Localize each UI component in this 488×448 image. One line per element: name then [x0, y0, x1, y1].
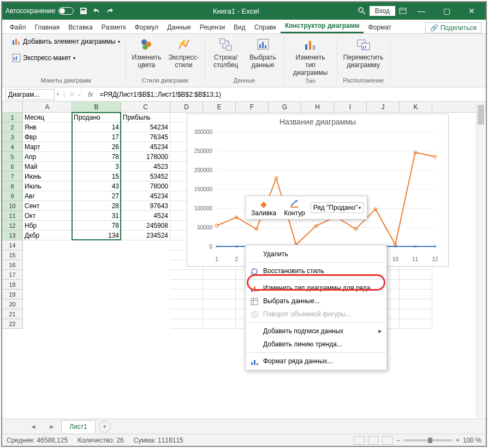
- row-header[interactable]: 19: [2, 290, 23, 299]
- row-header[interactable]: 20: [2, 299, 23, 309]
- cell[interactable]: Месяц: [23, 113, 72, 122]
- cell[interactable]: 45234: [121, 191, 170, 201]
- cell[interactable]: 17: [72, 132, 121, 142]
- view-page-layout-button[interactable]: [368, 436, 379, 445]
- signin-button[interactable]: Вход: [370, 6, 395, 16]
- tab-insert[interactable]: Вставка: [64, 21, 97, 33]
- cell[interactable]: 3: [72, 162, 121, 172]
- window-options-icon[interactable]: [398, 7, 407, 15]
- cell[interactable]: [203, 290, 236, 299]
- save-icon[interactable]: [79, 7, 88, 15]
- cell[interactable]: Дкбр: [23, 231, 72, 240]
- row-header[interactable]: 14: [2, 240, 23, 250]
- ctx-change-chart-type[interactable]: Изменить тип диаграммы для ряда...: [246, 281, 386, 294]
- cell[interactable]: 97643: [121, 201, 170, 211]
- chart-container[interactable]: Название диаграммы 050000100000150000200…: [187, 114, 449, 267]
- col-header-k[interactable]: K: [400, 102, 432, 112]
- cell[interactable]: [400, 280, 432, 290]
- col-header-f[interactable]: F: [236, 102, 269, 112]
- row-header[interactable]: 4: [2, 142, 23, 152]
- cell[interactable]: 134: [72, 231, 121, 240]
- cell[interactable]: [400, 309, 432, 319]
- mini-outline-button[interactable]: Контур: [282, 198, 307, 217]
- tab-formulas[interactable]: Формул: [130, 21, 163, 33]
- cell[interactable]: [203, 299, 236, 309]
- cell[interactable]: 14: [72, 122, 121, 132]
- cell[interactable]: 234524: [121, 231, 170, 240]
- cell[interactable]: [170, 309, 203, 319]
- cell[interactable]: Май: [23, 162, 72, 172]
- tab-home[interactable]: Главная: [31, 21, 64, 33]
- cell[interactable]: 54234: [121, 122, 170, 132]
- row-header[interactable]: 8: [2, 181, 23, 191]
- sheet-nav-next[interactable]: ►: [43, 423, 61, 431]
- col-header-e[interactable]: E: [203, 102, 236, 112]
- tab-view[interactable]: Вид: [229, 21, 250, 33]
- col-header-i[interactable]: I: [334, 102, 367, 112]
- maximize-button[interactable]: ▢: [436, 7, 457, 15]
- cell[interactable]: 78000: [121, 181, 170, 191]
- cell[interactable]: Фвр: [23, 132, 72, 142]
- cell[interactable]: [170, 290, 203, 299]
- tab-layout[interactable]: Разметк: [97, 21, 130, 33]
- ctx-delete[interactable]: Удалить: [246, 247, 386, 261]
- cell[interactable]: [400, 290, 432, 299]
- cell[interactable]: 76345: [121, 132, 170, 142]
- ctx-reset-style[interactable]: Восстановить стиль: [246, 264, 386, 278]
- search-icon[interactable]: [358, 7, 366, 15]
- cell[interactable]: [400, 270, 432, 280]
- move-chart-button[interactable]: Переместить диаграмму: [343, 37, 384, 69]
- col-header-g[interactable]: G: [269, 102, 301, 112]
- zoom-slider[interactable]: [403, 439, 453, 441]
- cell[interactable]: [170, 270, 203, 280]
- cell[interactable]: [203, 270, 236, 280]
- add-chart-element-button[interactable]: Добавить элемент диаграммы ▾: [12, 37, 120, 46]
- cell[interactable]: Окт: [23, 211, 72, 221]
- cell[interactable]: [400, 319, 432, 329]
- chart-plot[interactable]: 050000100000150000200000250000300000 123…: [217, 132, 435, 246]
- autosave-toggle[interactable]: Автосохранение: [5, 7, 74, 15]
- cell[interactable]: Сент: [23, 201, 72, 211]
- row-header[interactable]: 17: [2, 270, 23, 280]
- cell[interactable]: Апр: [23, 152, 72, 162]
- view-page-break-button[interactable]: [382, 436, 393, 445]
- row-header[interactable]: 10: [2, 201, 23, 211]
- mini-series-dropdown[interactable]: Ряд "Продано" ▾: [311, 202, 364, 213]
- cell[interactable]: 31: [72, 211, 121, 221]
- sheet-nav-prev[interactable]: ◄: [24, 423, 43, 431]
- row-header[interactable]: 16: [2, 260, 23, 270]
- cell[interactable]: [170, 319, 203, 329]
- row-header[interactable]: 21: [2, 309, 23, 319]
- row-header[interactable]: 22: [2, 319, 23, 329]
- chart-title[interactable]: Название диаграммы: [187, 114, 448, 129]
- cell[interactable]: 245908: [121, 221, 170, 231]
- cell[interactable]: [203, 280, 236, 290]
- row-header[interactable]: 9: [2, 191, 23, 201]
- cell[interactable]: 78: [72, 152, 121, 162]
- close-button[interactable]: ✕: [461, 7, 483, 15]
- tab-data[interactable]: Данные: [163, 21, 195, 33]
- cell[interactable]: 53452: [121, 172, 170, 181]
- cell[interactable]: 4524: [121, 211, 170, 221]
- row-header[interactable]: 3: [2, 132, 23, 142]
- cell[interactable]: Март: [23, 142, 72, 152]
- cell[interactable]: Авг: [23, 191, 72, 201]
- col-header-d[interactable]: D: [170, 102, 203, 112]
- cell[interactable]: [170, 299, 203, 309]
- row-header[interactable]: 15: [2, 250, 23, 260]
- fx-icon[interactable]: fx: [85, 91, 96, 98]
- cell[interactable]: Июнь: [23, 172, 72, 181]
- tab-help[interactable]: Справк: [250, 21, 281, 33]
- col-header-b[interactable]: B: [72, 102, 121, 112]
- vertical-scrollbar[interactable]: [476, 104, 485, 417]
- cell[interactable]: 28: [72, 201, 121, 211]
- zoom-out-button[interactable]: −: [396, 437, 400, 444]
- cell[interactable]: 43: [72, 181, 121, 191]
- cell[interactable]: [170, 280, 203, 290]
- cell[interactable]: 15: [72, 172, 121, 181]
- row-header[interactable]: 11: [2, 211, 23, 221]
- row-header[interactable]: 13: [2, 231, 23, 240]
- minimize-button[interactable]: —: [410, 7, 432, 15]
- ctx-trendline[interactable]: Добавить линию тренда...: [246, 338, 386, 351]
- cell[interactable]: 178000: [121, 152, 170, 162]
